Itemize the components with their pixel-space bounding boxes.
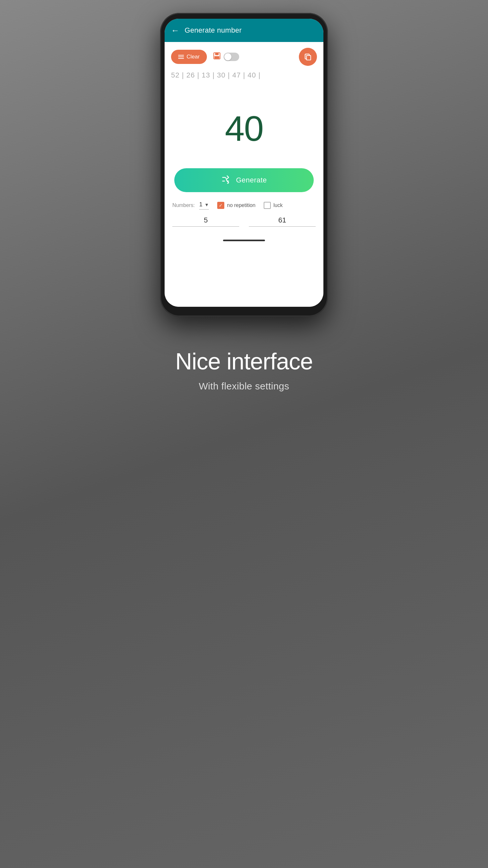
top-bar: ← Generate number [165, 19, 323, 42]
numbers-dropdown[interactable]: 1 ▼ [199, 201, 209, 210]
back-button[interactable]: ← [171, 26, 180, 35]
luck-group[interactable]: luck [264, 202, 283, 209]
phone-shell: ← Generate number Clear [160, 13, 328, 316]
max-underline [249, 226, 316, 227]
phone-screen: ← Generate number Clear [165, 19, 323, 307]
no-repetition-label: no repetition [227, 203, 255, 208]
shuffle-icon [221, 175, 230, 186]
luck-label: luck [273, 203, 283, 208]
numbers-label: Numbers: [172, 203, 195, 208]
no-repetition-group[interactable]: ✓ no repetition [217, 202, 255, 209]
page-title: Generate number [185, 26, 242, 35]
clear-label: Clear [187, 54, 200, 60]
home-indicator-bar [223, 240, 265, 241]
copy-button[interactable] [299, 48, 317, 66]
tagline-title: Nice interface [175, 349, 313, 374]
min-value[interactable]: 5 [204, 216, 207, 224]
history-numbers: 52 | 26 | 13 | 30 | 47 | 40 | [165, 70, 323, 82]
no-repetition-checkbox[interactable]: ✓ [217, 202, 224, 209]
svg-rect-1 [215, 53, 219, 55]
min-range-group: 5 [172, 216, 239, 227]
max-range-group: 61 [249, 216, 316, 227]
generate-button[interactable]: Generate [174, 168, 314, 192]
generate-label: Generate [236, 176, 267, 184]
content-area: Clear [165, 42, 323, 307]
save-icon [213, 52, 221, 62]
save-toggle[interactable] [224, 53, 239, 61]
dropdown-arrow-icon: ▼ [204, 202, 209, 207]
options-row: Numbers: 1 ▼ ✓ no repetition luck [165, 201, 323, 216]
svg-rect-3 [306, 56, 311, 60]
home-indicator [165, 237, 323, 243]
min-underline [172, 226, 239, 227]
bottom-section: Nice interface With flexible settings [150, 349, 338, 392]
save-toggle-group [213, 52, 239, 62]
range-row: 5 61 [165, 216, 323, 237]
tagline-subtitle: With flexible settings [199, 381, 289, 392]
svg-rect-2 [214, 56, 219, 59]
luck-checkbox[interactable] [264, 202, 271, 209]
current-number-area: 40 [165, 82, 323, 168]
max-value[interactable]: 61 [278, 216, 286, 224]
numbers-dropdown-value: 1 [199, 201, 202, 208]
toolbar: Clear [165, 42, 323, 70]
hamburger-icon [178, 55, 184, 59]
current-number: 40 [225, 108, 263, 149]
clear-button[interactable]: Clear [171, 50, 207, 64]
